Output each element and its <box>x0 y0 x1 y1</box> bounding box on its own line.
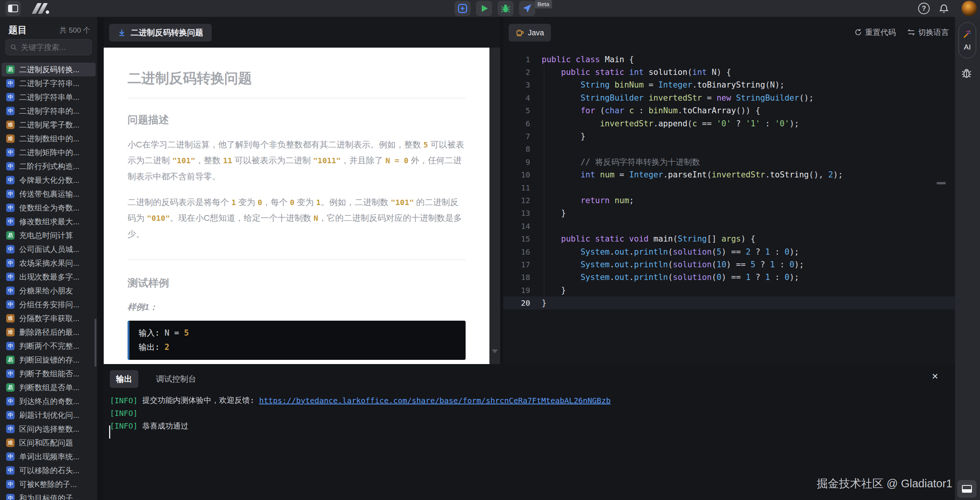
sidebar-item[interactable]: 中公司面试人员城... <box>2 242 96 256</box>
sample-code-block: 输入: N = 5输出: 2 <box>128 321 466 360</box>
code-line[interactable]: 15 public static void main(String[] args… <box>503 232 955 245</box>
switch-language-label: 切换语言 <box>918 27 949 38</box>
code-line[interactable]: 17 System.out.println(solution(10) == 5 … <box>503 258 955 271</box>
log-line: [INFO] 提交功能内测体验中，欢迎反馈: https://bytedance… <box>110 394 611 407</box>
problem-item-label: 公司面试人员城... <box>19 244 80 255</box>
difficulty-badge: 中 <box>6 176 15 184</box>
code-line[interactable]: 19 } <box>503 284 955 296</box>
sidebar-item[interactable]: 中分糖果给小朋友 <box>2 284 96 298</box>
sidebar-item[interactable]: 难二进制尾零子数... <box>2 118 96 132</box>
sidebar-item[interactable]: 难分隔数字串获取... <box>2 311 96 325</box>
code-line[interactable]: 6 invertedStr.append(c == '0' ? '1' : '0… <box>503 117 955 130</box>
code-line[interactable]: 13 } <box>503 207 955 220</box>
code-line[interactable]: 1public class Main { <box>503 53 955 66</box>
sidebar-item[interactable]: 中分组任务安排问... <box>2 298 96 311</box>
tab-debug-console[interactable]: 调试控制台 <box>150 370 202 388</box>
code-line[interactable]: 20} <box>503 296 955 309</box>
sidebar-item[interactable]: 中到达终点的奇数... <box>2 394 96 408</box>
difficulty-badge: 中 <box>6 148 15 157</box>
difficulty-badge: 难 <box>6 121 15 129</box>
sidebar-item[interactable]: 难二进制数组中的... <box>2 132 96 146</box>
sidebar-item[interactable]: 难删除路径后的最... <box>2 325 96 339</box>
code-line[interactable]: 18 System.out.println(solution(0) == 1 ?… <box>503 271 955 284</box>
sidebar-item[interactable]: 中可以移除的石头... <box>2 464 96 477</box>
sidebar-item[interactable]: 易二进制反码转换... <box>2 63 96 76</box>
problem-scrollbar[interactable] <box>489 48 500 364</box>
code-line[interactable]: 3 String binNum = Integer.toBinaryString… <box>503 79 955 91</box>
problem-item-label: 二阶行列式构造... <box>19 161 80 172</box>
code-line[interactable]: 4 StringBuilder invertedStr = new String… <box>503 91 955 104</box>
problem-tab[interactable]: 二进制反码转换问题 <box>109 24 212 41</box>
code-line[interactable]: 16 System.out.println(solution(5) == 2 ?… <box>503 245 955 258</box>
difficulty-badge: 中 <box>6 494 15 500</box>
search-box[interactable] <box>5 39 92 55</box>
close-console-button[interactable]: × <box>932 371 938 382</box>
code-line[interactable]: 8 <box>503 143 955 156</box>
toggle-bottom-panel-button[interactable] <box>957 480 977 498</box>
problem-item-label: 区间和匹配问题 <box>19 438 73 448</box>
submit-button[interactable] <box>519 1 535 16</box>
rail-debug-button[interactable] <box>960 67 973 81</box>
sidebar-item[interactable]: 中判断子数组能否... <box>2 367 96 381</box>
sidebar-item[interactable]: 中二进制子字符串... <box>2 76 96 90</box>
problem-tabbar: 二进制反码转换问题 <box>104 17 500 48</box>
code-line[interactable]: 9 // 将反码字符串转换为十进制数 <box>503 156 955 168</box>
problem-item-label: 判断两个不完整... <box>19 341 80 351</box>
tab-output[interactable]: 输出 <box>110 370 138 388</box>
sidebar-item[interactable]: 中修改数组求最大... <box>2 215 96 228</box>
sidebar-item[interactable]: 易判断回旋镖的存... <box>2 353 96 367</box>
bug-icon <box>501 3 511 13</box>
code-line[interactable]: 14 <box>503 220 955 232</box>
code-line[interactable]: 2 public static int solution(int N) { <box>503 66 955 78</box>
sidebar-item[interactable]: 中可被K整除的子... <box>2 477 96 491</box>
feedback-link[interactable]: https://bytedance.larkoffice.com/share/b… <box>259 396 610 405</box>
scroll-down-icon[interactable] <box>492 349 498 353</box>
sidebar-item[interactable]: 中区间内选择整数... <box>2 422 96 436</box>
language-tab[interactable]: Java <box>509 24 551 41</box>
sidebar-item[interactable]: 中令牌最大化分数... <box>2 173 96 187</box>
editor-scrollbar[interactable] <box>937 182 946 184</box>
sidebar-item[interactable]: 中单词出现频率统... <box>2 450 96 464</box>
sidebar-item[interactable]: 中使数组全为奇数... <box>2 201 96 215</box>
problem-item-label: 区间内选择整数... <box>19 424 80 434</box>
code-line[interactable]: 12 return num; <box>503 194 955 207</box>
code-line[interactable]: 10 int num = Integer.parseInt(invertedSt… <box>503 169 955 181</box>
line-number: 1 <box>503 55 542 64</box>
sidebar-item[interactable]: 易充电总时间计算 <box>2 228 96 242</box>
sidebar-item[interactable]: 易判断数组是否单... <box>2 381 96 394</box>
sidebar-item[interactable]: 中刷题计划优化问... <box>2 408 96 422</box>
sidebar-item[interactable]: 中出现次数最多字... <box>2 270 96 284</box>
sidebar-toggle-button[interactable] <box>5 1 21 16</box>
switch-language-button[interactable]: 切换语言 <box>907 27 949 38</box>
sidebar-item[interactable]: 中二进制字符串单... <box>2 90 96 104</box>
reset-code-button[interactable]: 重置代码 <box>854 27 896 38</box>
code-editor[interactable]: 1public class Main {2 public static int … <box>503 48 955 364</box>
help-button[interactable]: ? <box>918 3 930 14</box>
run-button[interactable] <box>476 1 492 16</box>
sidebar-item[interactable]: 中判断两个不完整... <box>2 339 96 353</box>
difficulty-badge: 易 <box>6 356 15 364</box>
sample-label: 样例1： <box>128 301 466 313</box>
sidebar-item[interactable]: 中二进制字符串的... <box>2 104 96 118</box>
problem-item-label: 到达终点的奇数... <box>19 396 80 407</box>
sidebar-item[interactable]: 中二进制矩阵中的... <box>2 146 96 159</box>
code-line[interactable]: 7 } <box>503 130 955 142</box>
problem-item-label: 判断回旋镖的存... <box>19 355 80 365</box>
notifications-button[interactable] <box>938 3 950 14</box>
sidebar-scrollbar[interactable] <box>95 319 96 367</box>
search-input[interactable] <box>21 43 87 52</box>
problem-item-label: 二进制数组中的... <box>19 134 80 144</box>
code-line[interactable]: 11 <box>503 181 955 194</box>
editor-tabbar: Java 重置代码 切换语言 <box>503 17 955 48</box>
user-avatar[interactable] <box>962 1 977 16</box>
sidebar-item[interactable]: 中传送带包裹运输... <box>2 187 96 201</box>
code-line[interactable]: 5 for (char c : binNum.toCharArray()) { <box>503 104 955 117</box>
problem-item-label: 二进制字符串的... <box>19 106 80 116</box>
new-file-button[interactable] <box>454 1 471 16</box>
debug-button[interactable] <box>497 1 514 16</box>
ai-assistant-button[interactable]: AI <box>958 22 976 58</box>
sidebar-item[interactable]: 中二阶行列式构造... <box>2 159 96 173</box>
sidebar-item[interactable]: 难区间和匹配问题 <box>2 436 96 450</box>
sidebar-item[interactable]: 中农场采摘水果问... <box>2 256 96 270</box>
sidebar-item[interactable]: 中和为目标值的子... <box>2 491 96 500</box>
